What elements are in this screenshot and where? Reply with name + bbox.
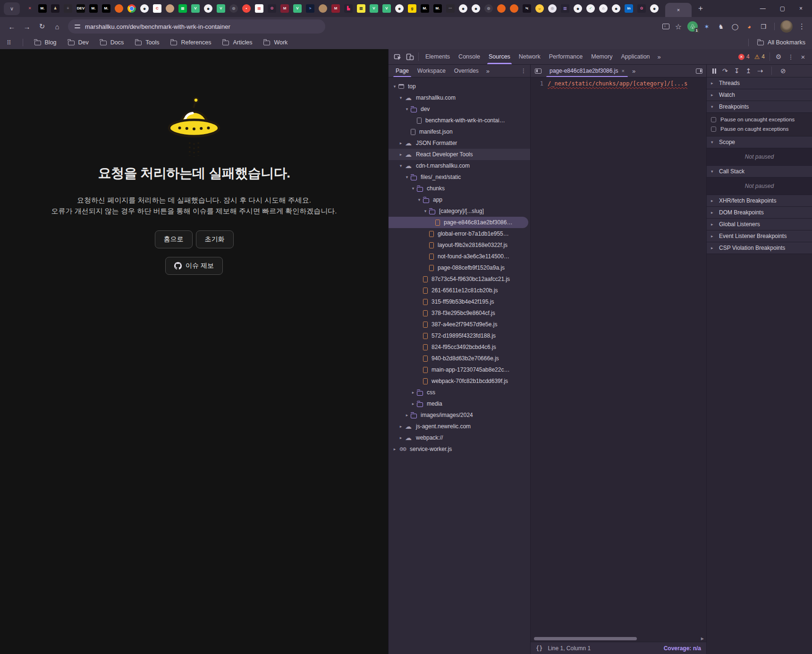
tab-favicon[interactable]: ✿ [268, 4, 276, 13]
tree-chevron-icon[interactable]: ▾ [398, 95, 404, 100]
more-files-icon[interactable]: » [629, 68, 639, 75]
tree-item[interactable]: page-e846c81ae2bf3086… [389, 217, 528, 228]
devtools-tab[interactable]: Network [515, 49, 545, 64]
pause-uncaught-option[interactable]: Pause on uncaught exceptions [707, 115, 812, 124]
pretty-print-icon[interactable]: {} [536, 645, 542, 652]
tab-favicon[interactable]: M. [433, 4, 442, 13]
tree-chevron-icon[interactable]: ▾ [404, 107, 410, 111]
error-badge[interactable]: ✕ 4 [738, 53, 750, 60]
tree-chevron-icon[interactable]: ▾ [391, 84, 398, 89]
section-scope[interactable]: ▾ Scope [707, 136, 812, 148]
reset-button[interactable]: 초기화 [196, 230, 234, 248]
bookmark-folder[interactable]: Blog [34, 39, 57, 46]
tab-favicon[interactable]: ● [395, 4, 404, 13]
tree-chevron-icon[interactable]: ▾ [422, 209, 429, 213]
coverage-link[interactable]: Coverage: n/a [664, 645, 701, 652]
bookmark-folder[interactable]: Docs [100, 39, 124, 46]
tree-item[interactable]: ▾ [category]/[...slug] [389, 205, 530, 217]
tree-item[interactable]: ▾ cdn-t.marshallku.com [389, 160, 530, 171]
tab-favicon[interactable]: ● [204, 4, 212, 13]
device-toolbar-icon[interactable] [404, 51, 416, 63]
toggle-debugger-sidebar-icon[interactable] [696, 68, 702, 74]
forward-icon[interactable]: → [20, 19, 34, 34]
bookmark-folder[interactable]: Work [263, 39, 288, 46]
tree-item[interactable]: ▾ marshallku.com [389, 92, 530, 103]
scrollbar-thumb[interactable] [534, 637, 637, 640]
devtools-tab[interactable]: Elements [421, 49, 454, 64]
tab-favicon[interactable] [497, 4, 506, 13]
close-file-icon[interactable]: × [621, 68, 624, 74]
extension-icon[interactable]: ♞ [716, 21, 726, 32]
menu-kebab-icon[interactable]: ⋮ [798, 22, 805, 31]
tab-favicon[interactable]: ● [140, 4, 149, 13]
tab-favicon[interactable] [166, 4, 174, 13]
tree-item[interactable]: 387-a4ee2f79457d9e5e.js [389, 319, 530, 330]
tree-chevron-icon[interactable]: ▸ [398, 141, 404, 145]
tab-favicon[interactable]: ● [612, 4, 620, 13]
step-into-icon[interactable]: ↧ [734, 68, 740, 74]
section-breakpoints[interactable]: ▾ Breakpoints [707, 101, 812, 113]
tree-item[interactable]: ▾ app [389, 194, 530, 205]
horizontal-scrollbar[interactable]: ▶ [531, 636, 706, 642]
tree-chevron-icon[interactable]: ▸ [404, 413, 410, 417]
tab-favicon[interactable]: ♟ [51, 4, 59, 13]
step-over-icon[interactable]: ↷ [722, 68, 728, 74]
tree-item[interactable]: 378-f3e295bc9e8604cf.js [389, 307, 530, 319]
tab-favicon[interactable]: V [382, 4, 391, 13]
tree-item[interactable]: webpack-70fc82b1bcdd639f.js [389, 375, 530, 387]
tab-favicon[interactable]: DEV [76, 4, 85, 13]
devtools-tab[interactable]: Console [454, 49, 484, 64]
bookmark-star-icon[interactable]: ☆ [675, 22, 682, 31]
tab-favicon[interactable]: ᴗ [535, 4, 544, 13]
report-issue-button[interactable]: 이슈 제보 [165, 257, 223, 275]
section-call-stack[interactable]: ▾ Call Stack [707, 166, 812, 178]
tab-favicon[interactable]: ▙ [344, 4, 353, 13]
tab-favicon[interactable]: > [306, 4, 314, 13]
step-out-icon[interactable]: ↥ [745, 68, 751, 74]
maximize-icon[interactable]: ▢ [780, 5, 785, 12]
tab-favicon[interactable]: • [242, 4, 251, 13]
checkbox[interactable] [711, 127, 716, 132]
extension-icon[interactable]: ◕ [744, 21, 754, 32]
tree-item[interactable]: ▾ files/_next/static [389, 171, 530, 183]
tab-favicon[interactable]: V [217, 4, 225, 13]
section-global-listeners[interactable]: ▸ Global Listeners [707, 219, 812, 230]
extension-icon[interactable]: ◯ [730, 21, 740, 32]
home-button[interactable]: 홈으로 [155, 230, 193, 248]
section-event-listener-breakpoints[interactable]: ▸ Event Listener Breakpoints [707, 230, 812, 242]
active-tab[interactable]: × [665, 3, 692, 17]
step-icon[interactable]: ⇢ [757, 68, 763, 74]
tree-item[interactable]: ▸ React Developer Tools [389, 149, 530, 160]
section-threads[interactable]: ▸ Threads [707, 77, 812, 89]
tab-favicon[interactable]: ● [459, 4, 467, 13]
tree-chevron-icon[interactable]: ▸ [398, 435, 404, 440]
tree-item[interactable]: ▸ JSON Formatter [389, 137, 530, 149]
tab-favicon[interactable]: M [280, 4, 289, 13]
tree-item[interactable]: main-app-17230745ab8e22c… [389, 364, 530, 375]
navigator-tab[interactable]: Overrides [450, 65, 483, 77]
tree-item[interactable]: 572-d19895f4323fd188.js [389, 330, 530, 341]
extension-icon[interactable]: ❒ [758, 21, 769, 32]
tab-favicon[interactable]: ▦ [178, 4, 187, 13]
inspect-element-icon[interactable] [391, 51, 404, 63]
tab-favicon[interactable]: M. [89, 4, 98, 13]
more-tabs-icon[interactable]: » [654, 53, 664, 60]
tab-favicon[interactable]: ● [650, 4, 659, 13]
devtools-kebab-icon[interactable]: ⋮ [785, 51, 797, 63]
tree-item[interactable]: benchmark-with-wrk-in-contai… [389, 115, 530, 126]
tree-item[interactable]: not-found-a3e6c3e114500… [389, 251, 530, 262]
code-line[interactable]: /_next/static/chunks/app/[category]/[...… [548, 80, 687, 636]
tree-item[interactable]: manifest.json [389, 126, 530, 137]
url-text[interactable]: marshallku.com/dev/benchmark-with-wrk-in… [85, 23, 230, 30]
tab-favicon[interactable]: V [370, 4, 378, 13]
warning-badge[interactable]: ⚠ 4 [754, 53, 765, 60]
tree-chevron-icon[interactable]: ▸ [398, 424, 404, 429]
devtools-tab[interactable]: Sources [484, 49, 515, 64]
tab-favicon[interactable] [510, 4, 518, 13]
code-area[interactable]: 1 /_next/static/chunks/app/[category]/[.… [531, 77, 706, 636]
bookmark-folder[interactable]: Articles [222, 39, 252, 46]
tab-favicon[interactable] [115, 4, 123, 13]
back-icon[interactable]: ← [5, 19, 19, 34]
more-navigator-tabs-icon[interactable]: » [483, 68, 493, 75]
settings-gear-icon[interactable]: ⚙ [772, 51, 785, 63]
